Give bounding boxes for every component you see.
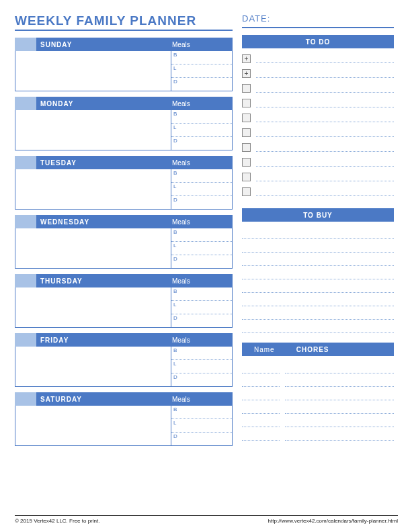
chores-name-label: Name (254, 346, 275, 353)
checkbox-icon[interactable]: + (242, 69, 251, 78)
meal-dinner[interactable]: D (171, 196, 232, 209)
meal-breakfast[interactable]: B (171, 169, 232, 183)
todo-line[interactable] (256, 54, 394, 63)
day-name: FRIDAY (36, 333, 172, 347)
meal-breakfast[interactable]: B (171, 406, 232, 419)
meal-breakfast[interactable]: B (171, 51, 232, 64)
tobuy-line[interactable] (242, 306, 394, 320)
meals-label: Meals (172, 156, 233, 169)
day-notes[interactable] (15, 228, 171, 268)
checkbox-icon[interactable] (242, 99, 251, 107)
checkbox-icon[interactable] (242, 114, 251, 122)
tobuy-line[interactable] (242, 239, 394, 253)
meal-breakfast[interactable]: B (171, 110, 232, 124)
tobuy-line[interactable] (242, 279, 394, 293)
chores-name-cell[interactable] (242, 414, 280, 427)
day-body: B L D (15, 110, 233, 150)
day-name: SUNDAY (36, 38, 172, 51)
todo-item: + (242, 51, 394, 66)
day-body: B L D (15, 287, 233, 328)
day-block: MONDAY Meals B L D (15, 97, 233, 150)
day-tab (15, 215, 36, 228)
meal-lunch[interactable]: L (171, 124, 232, 137)
checkbox-icon[interactable] (242, 143, 251, 152)
day-notes[interactable] (15, 51, 171, 91)
meal-breakfast[interactable]: B (171, 228, 232, 242)
meal-dinner[interactable]: D (171, 255, 232, 268)
day-name: WEDNESDAY (36, 215, 172, 228)
chores-task-cell[interactable] (285, 427, 394, 441)
meal-lunch[interactable]: L (171, 419, 232, 433)
tobuy-line[interactable] (242, 320, 394, 333)
todo-line[interactable] (256, 83, 394, 93)
day-block: SUNDAY Meals B L D (15, 38, 233, 91)
day-name: THURSDAY (36, 274, 172, 287)
meal-dinner[interactable]: D (171, 373, 232, 386)
checkbox-icon[interactable]: + (242, 54, 251, 63)
tobuy-line[interactable] (242, 226, 394, 239)
checkbox-icon[interactable] (242, 173, 251, 181)
tobuy-line[interactable] (242, 266, 394, 279)
day-meals: B L D (171, 228, 232, 268)
day-tab (15, 333, 36, 347)
checkbox-icon[interactable] (242, 187, 251, 196)
day-header: FRIDAY Meals (15, 333, 233, 347)
todo-line[interactable] (256, 142, 394, 152)
chores-task-cell[interactable] (285, 414, 394, 427)
day-notes[interactable] (15, 169, 171, 209)
meals-label: Meals (172, 333, 233, 347)
chores-name-cell[interactable] (242, 400, 280, 414)
day-meals: B L D (171, 406, 232, 445)
chores-name-cell[interactable] (242, 373, 280, 387)
chores-name-cell[interactable] (242, 427, 280, 441)
todo-line[interactable] (256, 98, 394, 107)
day-tab (15, 38, 36, 51)
chores-task-cell[interactable] (285, 387, 394, 400)
meal-dinner[interactable]: D (171, 314, 232, 327)
todo-line[interactable] (256, 113, 394, 122)
page: WEEKLY FAMILY PLANNER SUNDAY Meals B L D… (0, 0, 410, 459)
day-header: THURSDAY Meals (15, 274, 233, 287)
meal-lunch[interactable]: L (171, 183, 232, 196)
chores-task-cell[interactable] (285, 373, 394, 387)
meal-lunch[interactable]: L (171, 64, 232, 78)
todo-item (242, 184, 394, 199)
meal-breakfast[interactable]: B (171, 347, 232, 360)
day-tab (15, 392, 36, 406)
meal-dinner[interactable]: D (171, 433, 232, 445)
day-body: B L D (15, 406, 233, 446)
meal-dinner[interactable]: D (171, 78, 232, 91)
meal-dinner[interactable]: D (171, 137, 232, 150)
day-block: WEDNESDAY Meals B L D (15, 215, 233, 269)
tobuy-line[interactable] (242, 293, 394, 306)
tobuy-header: TO BUY (242, 208, 394, 222)
todo-line[interactable] (256, 187, 394, 196)
day-notes[interactable] (15, 347, 171, 386)
tobuy-list (242, 226, 394, 333)
checkbox-icon[interactable] (242, 158, 251, 167)
right-column: DATE: TO DO + + TO BUY Name CHORES (242, 13, 394, 451)
footer-url: http://www.vertex42.com/calendars/family… (268, 518, 398, 524)
meal-breakfast[interactable]: B (171, 287, 232, 301)
day-block: SATURDAY Meals B L D (15, 392, 233, 446)
chores-name-cell[interactable] (242, 360, 280, 373)
day-notes[interactable] (15, 110, 171, 150)
chores-header: Name CHORES (242, 343, 394, 356)
checkbox-icon[interactable] (242, 84, 251, 93)
meal-lunch[interactable]: L (171, 301, 232, 314)
tobuy-line[interactable] (242, 253, 394, 266)
todo-line[interactable] (256, 157, 394, 167)
meal-lunch[interactable]: L (171, 242, 232, 255)
todo-line[interactable] (256, 69, 394, 78)
day-notes[interactable] (15, 406, 171, 445)
day-notes[interactable] (15, 287, 171, 327)
day-meals: B L D (171, 51, 232, 91)
todo-item (242, 95, 394, 110)
chores-task-cell[interactable] (285, 400, 394, 414)
meal-lunch[interactable]: L (171, 360, 232, 373)
chores-task-cell[interactable] (285, 360, 394, 373)
todo-line[interactable] (256, 128, 394, 137)
checkbox-icon[interactable] (242, 128, 251, 137)
chores-name-cell[interactable] (242, 387, 280, 400)
todo-line[interactable] (256, 172, 394, 181)
